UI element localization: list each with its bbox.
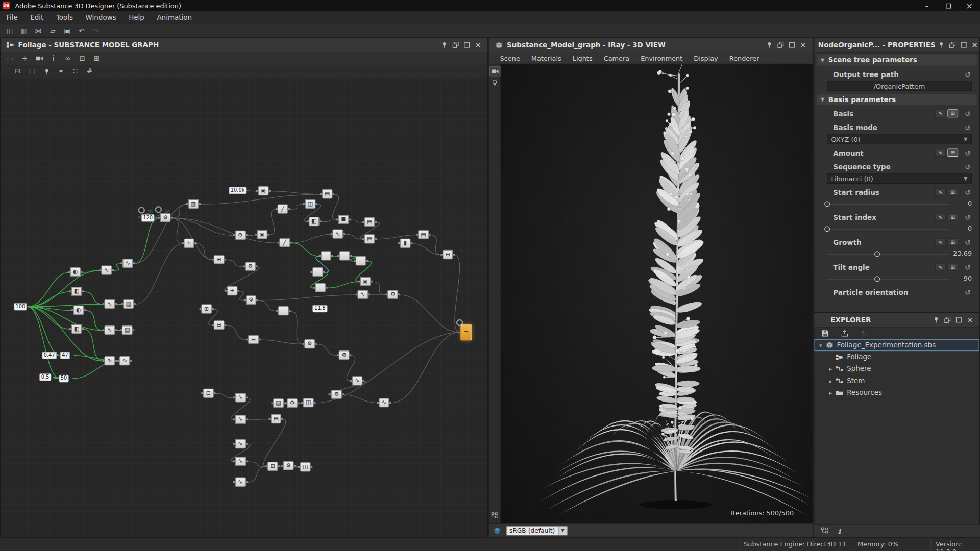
save-icon[interactable]: ▣	[61, 26, 73, 36]
graph-value-node[interactable]: 100	[14, 303, 27, 311]
expose-function-button[interactable]: ∿	[935, 238, 946, 246]
light-bulb-icon[interactable]	[492, 80, 498, 88]
export-icon[interactable]	[839, 328, 850, 338]
minimize-button[interactable]: –	[916, 0, 938, 11]
graph-node[interactable]: ⚙	[304, 339, 315, 348]
graph-node[interactable]: ⚙	[287, 398, 298, 408]
menu-animation[interactable]: Animation	[151, 13, 198, 21]
graph-node[interactable]: ◐	[73, 306, 84, 315]
graph-node[interactable]: ⚙	[246, 295, 256, 305]
graph-node[interactable]: ⊟	[203, 389, 214, 398]
float-icon[interactable]	[450, 40, 461, 50]
growth-slider[interactable]: 23.69	[827, 248, 972, 259]
frame-icon[interactable]: ⊞	[91, 53, 103, 64]
new-substance-icon[interactable]: ◫	[4, 26, 15, 36]
expose-graph-button[interactable]: ⊞	[947, 238, 958, 246]
view-menu-materials[interactable]: Materials	[526, 54, 567, 62]
explorer-item-foliage[interactable]: Foliage	[815, 351, 979, 363]
graph-node[interactable]: ⊞	[214, 255, 225, 264]
close-button[interactable]: ×	[959, 0, 980, 11]
slider-knob[interactable]	[824, 201, 830, 207]
reset-icon[interactable]: ↺	[965, 110, 970, 118]
close-icon[interactable]: ×	[969, 40, 980, 50]
expander-icon[interactable]: ▸	[827, 378, 835, 384]
dot-links-icon[interactable]: ∷	[69, 66, 81, 77]
scene-tree-icon[interactable]	[491, 512, 498, 520]
graph-node[interactable]: ∿	[104, 299, 115, 309]
float-icon[interactable]	[947, 40, 958, 50]
section-basis-parameters[interactable]: ▼Basis parameters	[817, 94, 976, 105]
graph-node[interactable]: ◫	[303, 398, 314, 407]
graph-node[interactable]: ◐	[70, 267, 81, 277]
graph-value-node[interactable]: 0.47	[42, 352, 57, 359]
graph-node[interactable]: ◉	[258, 186, 269, 195]
image-icon[interactable]: ▤	[26, 66, 38, 77]
graph-node[interactable]: ╱	[279, 238, 290, 247]
graph-node[interactable]: ⊞	[267, 462, 278, 471]
graph-node[interactable]: ≣	[278, 306, 289, 315]
basis-mode-select[interactable]: OXYZ (0)▼	[827, 134, 972, 144]
graph-node[interactable]: ∿	[235, 393, 246, 402]
start-radius-slider[interactable]: 0	[827, 198, 972, 209]
graph-value-node[interactable]: 47	[60, 352, 70, 359]
expose-graph-button[interactable]: ⊞	[947, 213, 958, 221]
maximize-icon[interactable]	[461, 40, 473, 50]
slider-knob[interactable]	[875, 251, 880, 257]
graph-node[interactable]: ◉	[257, 230, 267, 239]
pin-icon[interactable]	[764, 40, 775, 50]
graph-node[interactable]: ◫	[300, 462, 311, 471]
graph-node[interactable]: ∿	[104, 356, 115, 365]
graph-node[interactable]: ▤	[364, 217, 375, 227]
straighten-links-icon[interactable]: ≍	[55, 66, 67, 77]
graph-node[interactable]: ∿	[235, 457, 246, 466]
graph-node[interactable]: ⚙	[283, 461, 294, 470]
slider-track[interactable]	[827, 204, 949, 204]
explorer-item-sphere[interactable]: ▸Sphere	[815, 363, 979, 374]
menu-tools[interactable]: Tools	[50, 13, 80, 21]
graph-node[interactable]: ⊟	[248, 335, 259, 344]
snap-grid-icon[interactable]: #	[84, 66, 95, 77]
expander-icon[interactable]: ▸	[827, 389, 835, 395]
comment-icon[interactable]: ⊟	[12, 66, 23, 77]
view-menu-display[interactable]: Display	[688, 54, 723, 62]
graph-node[interactable]: ≣	[338, 215, 349, 224]
save-package-icon[interactable]	[819, 328, 831, 338]
graph-node[interactable]: ≣	[312, 267, 323, 277]
slider-track[interactable]	[827, 229, 949, 229]
reset-icon[interactable]: ↺	[965, 189, 970, 197]
graph-node[interactable]: ≣	[315, 283, 326, 292]
graph-value-node[interactable]: 120	[141, 214, 155, 222]
sequence-type-select[interactable]: Fibonacci (0)▼	[827, 173, 972, 184]
explorer-item-stem[interactable]: ▸Stem	[815, 375, 979, 387]
graph-value-node[interactable]: 50	[59, 375, 69, 383]
slider-knob[interactable]	[824, 226, 830, 232]
maximize-icon[interactable]	[786, 40, 797, 50]
graph-node[interactable]: ▤	[364, 234, 375, 243]
graph-node[interactable]: ⚙	[339, 350, 350, 360]
pin-icon[interactable]	[936, 40, 947, 50]
graph-value-node[interactable]: 10.0k	[229, 187, 247, 194]
reset-icon[interactable]: ↺	[965, 123, 970, 132]
graph-value-node[interactable]: 0.5	[39, 373, 51, 381]
view-menu-lights[interactable]: Lights	[567, 54, 598, 62]
graph-node[interactable]: ∿	[379, 398, 389, 407]
graph-node[interactable]: ▤	[122, 325, 133, 335]
graph-dot-node[interactable]	[155, 206, 162, 213]
slider-track[interactable]	[827, 254, 949, 254]
expose-graph-button[interactable]: ⊞	[947, 263, 958, 271]
graph-node[interactable]: ∿	[101, 265, 112, 274]
redo-icon[interactable]: ↷	[90, 26, 102, 36]
graph-node[interactable]: ▤	[271, 414, 281, 423]
reset-icon[interactable]: ↺	[965, 149, 970, 158]
graph-node[interactable]: ∿	[352, 376, 362, 385]
expose-function-button[interactable]: ∿	[935, 213, 946, 221]
colorspace-select[interactable]: sRGB (default) ▼	[506, 525, 568, 535]
menu-file[interactable]: File	[0, 13, 24, 21]
menu-windows[interactable]: Windows	[79, 13, 122, 21]
graph-node[interactable]: ∿	[119, 356, 130, 365]
marquee-select-icon[interactable]: ▭	[5, 53, 16, 64]
graph-node[interactable]: ◧	[71, 324, 82, 334]
graph-dot-node[interactable]	[138, 207, 145, 213]
view-menu-renderer[interactable]: Renderer	[724, 54, 765, 62]
graph-node[interactable]: ◫	[305, 199, 316, 209]
